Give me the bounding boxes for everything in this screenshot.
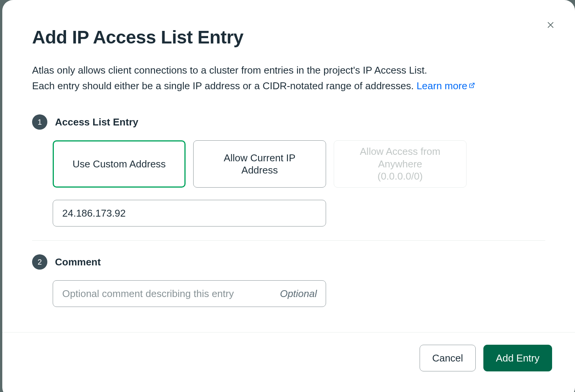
description-line-1: Atlas only allows client connections to … [32,64,427,76]
option-label: Use Custom Address [73,158,166,170]
external-link-icon [469,78,475,93]
option-allow-anywhere: Allow Access from Anywhere (0.0.0.0/0) [334,140,467,188]
close-button[interactable] [543,17,558,32]
option-label: Allow Current IP Address [205,152,314,177]
comment-field-row: Optional [53,280,545,307]
step-badge-2: 2 [32,254,47,270]
cancel-button[interactable]: Cancel [420,345,476,371]
add-ip-access-modal: Add IP Access List Entry Atlas only allo… [2,0,575,392]
description-line-2: Each entry should either be a single IP … [32,80,417,92]
close-icon [546,20,555,29]
section-header-1: 1 Access List Entry [32,114,545,130]
modal-description: Atlas only allows client connections to … [32,63,545,93]
svg-line-0 [472,83,474,86]
comment-input-wrap: Optional [53,280,326,307]
option-label: Allow Access from Anywhere (0.0.0.0/0) [346,145,455,183]
learn-more-label: Learn more [417,80,467,92]
learn-more-link[interactable]: Learn more [417,80,475,92]
section-title-1: Access List Entry [55,116,138,128]
section-access-list-entry: 1 Access List Entry Use Custom Address A… [32,114,545,227]
ip-input-wrap [53,200,326,227]
modal-body: Add IP Access List Entry Atlas only allo… [2,0,575,332]
section-divider [32,240,545,241]
add-entry-button[interactable]: Add Entry [483,345,552,371]
comment-input[interactable] [53,280,326,307]
option-allow-current-ip[interactable]: Allow Current IP Address [193,140,326,188]
option-label-line2: (0.0.0.0/0) [378,170,423,182]
section-title-2: Comment [55,256,101,268]
ip-address-input[interactable] [53,200,326,227]
option-label-line1: Allow Access from Anywhere [360,146,441,170]
ip-field-row [53,200,545,227]
entry-type-options: Use Custom Address Allow Current IP Addr… [53,140,545,188]
modal-footer: Cancel Add Entry [2,332,575,392]
step-badge-1: 1 [32,114,47,130]
modal-title: Add IP Access List Entry [32,27,545,48]
section-comment: 2 Comment Optional [32,254,545,307]
section-header-2: 2 Comment [32,254,545,270]
option-use-custom-address[interactable]: Use Custom Address [53,140,186,188]
